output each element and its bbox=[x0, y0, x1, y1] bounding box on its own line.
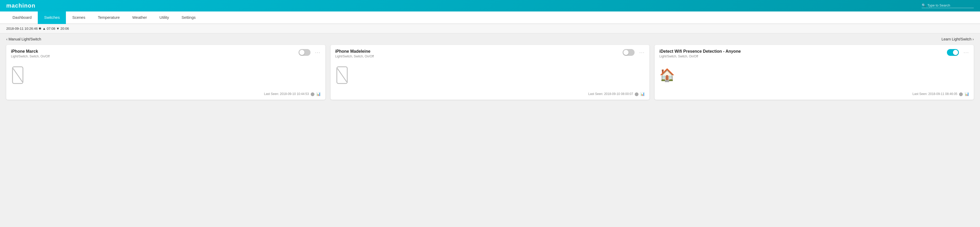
breadcrumb-left[interactable]: ‹ Manual Light/Switch bbox=[6, 37, 41, 41]
toggle-2[interactable] bbox=[623, 49, 635, 56]
card-header-2: iPhone Madeleine Light/Switch, Switch, O… bbox=[335, 49, 645, 58]
nav-item-dashboard[interactable]: Dashboard bbox=[6, 11, 38, 24]
circle-icon-3[interactable]: ⬤ bbox=[959, 92, 963, 96]
app-logo: machinon bbox=[6, 2, 35, 9]
card-header-1: iPhone Marck Light/Switch, Switch, On/Of… bbox=[11, 49, 321, 58]
toggle-thumb-3 bbox=[953, 50, 958, 55]
toggle-thumb-1 bbox=[299, 50, 304, 55]
sunrise-time: 07:08 bbox=[47, 27, 55, 30]
search-icon: 🔍 bbox=[922, 3, 926, 7]
breadcrumb-bar: ‹ Manual Light/Switch Learn Light/Switch… bbox=[0, 34, 980, 45]
nav-item-temperature[interactable]: Temperature bbox=[91, 11, 126, 24]
card-menu-1[interactable]: ··· bbox=[315, 50, 321, 55]
chart-icon-2[interactable]: 📊 bbox=[640, 92, 645, 96]
card-title-3: iDetect Wifi Presence Detection - Anyone bbox=[659, 49, 741, 54]
card-iphone-madeleine: iPhone Madeleine Light/Switch, Switch, O… bbox=[331, 45, 650, 100]
nav-item-settings[interactable]: Settings bbox=[175, 11, 202, 24]
last-seen-1: Last Seen: 2018-09-10 10:44:53 bbox=[264, 92, 309, 96]
star-icon: ✱ bbox=[38, 27, 43, 30]
card-footer-2: Last Seen: 2018-09-10 08:00:07 ⬤ 📊 bbox=[335, 89, 645, 96]
card-body-1 bbox=[11, 58, 321, 89]
house-icon: 🏠 bbox=[659, 69, 675, 82]
right-arrow-icon: › bbox=[972, 37, 974, 41]
header: machinon 🔍 bbox=[0, 0, 980, 11]
sunrise-icon: ▲ bbox=[43, 27, 47, 30]
chart-icon-3[interactable]: 📊 bbox=[965, 92, 969, 96]
sunset-time: 20:06 bbox=[60, 27, 69, 30]
search-input[interactable] bbox=[928, 3, 969, 7]
datetime-text: 2018-09-11 10:26:46 bbox=[6, 27, 38, 30]
circle-icon-2[interactable]: ⬤ bbox=[635, 92, 639, 96]
card-idetect: iDetect Wifi Presence Detection - Anyone… bbox=[655, 45, 974, 100]
circle-icon-1[interactable]: ⬤ bbox=[310, 92, 315, 96]
search-box[interactable]: 🔍 bbox=[922, 3, 974, 8]
nav-item-scenes[interactable]: Scenes bbox=[66, 11, 91, 24]
card-title-2: iPhone Madeleine bbox=[335, 49, 374, 54]
breadcrumb-right-label: Learn Light/Switch bbox=[942, 37, 971, 41]
card-subtitle-1: Light/Switch, Switch, On/Off bbox=[11, 54, 50, 58]
card-menu-3[interactable]: ··· bbox=[964, 50, 969, 55]
phone-off-icon-2 bbox=[335, 66, 349, 84]
card-body-3: 🏠 bbox=[659, 58, 969, 89]
nav-item-switches[interactable]: Switches bbox=[38, 11, 66, 24]
phone-off-icon-1 bbox=[11, 66, 24, 84]
sunset-icon: ▼ bbox=[56, 27, 60, 30]
cards-container: iPhone Marck Light/Switch, Switch, On/Of… bbox=[0, 45, 980, 106]
main-nav: Dashboard Switches Scenes Temperature We… bbox=[0, 11, 980, 24]
nav-item-weather[interactable]: Weather bbox=[126, 11, 153, 24]
svg-line-3 bbox=[337, 68, 347, 82]
card-iphone-marck: iPhone Marck Light/Switch, Switch, On/Of… bbox=[6, 45, 325, 100]
left-arrow-icon: ‹ bbox=[6, 37, 8, 41]
card-body-2 bbox=[335, 58, 645, 89]
card-footer-1: Last Seen: 2018-09-10 10:44:53 ⬤ 📊 bbox=[11, 89, 321, 96]
card-menu-2[interactable]: ··· bbox=[639, 50, 645, 55]
svg-line-1 bbox=[13, 68, 22, 82]
toolbar: 2018-09-11 10:26:46 ✱ ▲ 07:08 ▼ 20:06 bbox=[0, 24, 980, 34]
card-footer-3: Last Seen: 2018-09-11 08:46:05 ⬤ 📊 bbox=[659, 89, 969, 96]
card-subtitle-2: Light/Switch, Switch, On/Off bbox=[335, 54, 374, 58]
last-seen-3: Last Seen: 2018-09-11 08:46:05 bbox=[913, 92, 957, 96]
last-seen-2: Last Seen: 2018-09-10 08:00:07 bbox=[588, 92, 633, 96]
chart-icon-1[interactable]: 📊 bbox=[316, 92, 321, 96]
nav-item-utility[interactable]: Utility bbox=[153, 11, 175, 24]
toggle-1[interactable] bbox=[299, 49, 310, 56]
breadcrumb-left-label: Manual Light/Switch bbox=[9, 37, 41, 41]
card-header-3: iDetect Wifi Presence Detection - Anyone… bbox=[659, 49, 969, 58]
breadcrumb-right[interactable]: Learn Light/Switch › bbox=[942, 37, 974, 41]
card-title-1: iPhone Marck bbox=[11, 49, 50, 54]
card-subtitle-3: Light/Switch, Switch, On/Off bbox=[659, 54, 741, 58]
toggle-3[interactable] bbox=[947, 49, 959, 56]
